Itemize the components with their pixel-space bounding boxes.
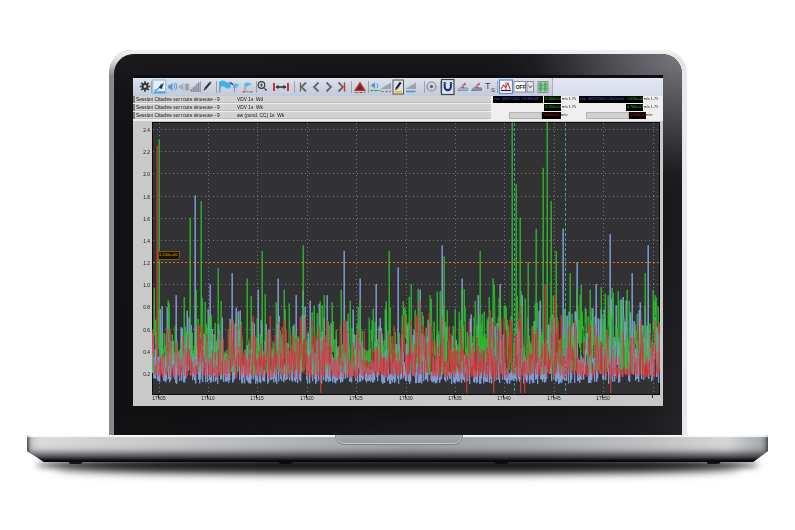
svg-text:OFF: OFF [516, 84, 526, 90]
svg-text:S: S [491, 87, 495, 93]
